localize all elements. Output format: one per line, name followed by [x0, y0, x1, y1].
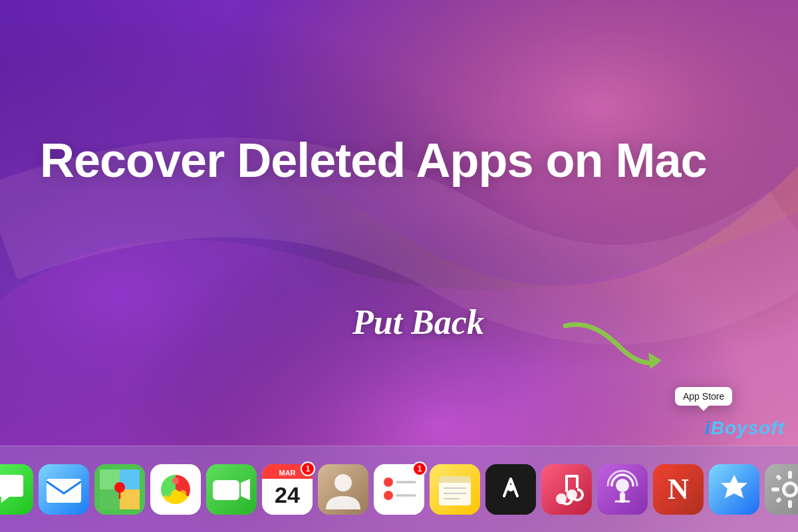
main-title: Recover Deleted Apps on Mac: [40, 133, 758, 188]
svg-point-36: [507, 485, 514, 491]
dock-icon-settings[interactable]: [765, 464, 798, 515]
dock-icon-photos[interactable]: [150, 464, 201, 515]
dock-icon-facetime[interactable]: [206, 464, 257, 515]
app-store-tooltip: App Store: [675, 387, 732, 406]
dock-icon-inner-notes: [430, 464, 480, 515]
svg-rect-6: [47, 479, 81, 503]
dock-icon-inner-messages: [0, 464, 33, 515]
dock: 24 MAR 1 1: [0, 446, 798, 532]
dock-icon-inner-photos: [150, 464, 201, 515]
svg-point-52: [785, 485, 795, 494]
svg-point-9: [114, 482, 125, 493]
watermark-text: Boysoft: [711, 418, 785, 438]
dock-icon-inner-facetime: [206, 464, 257, 515]
dock-icon-podcasts[interactable]: [597, 464, 648, 515]
dock-icon-appstore[interactable]: [709, 464, 759, 515]
dock-icon-inner-appstore: [709, 464, 759, 515]
dock-icon-maps[interactable]: [94, 464, 145, 515]
svg-rect-15: [213, 480, 239, 500]
dock-icon-inner-appletv: [485, 464, 536, 515]
svg-point-13: [165, 490, 172, 497]
dock-icon-notes[interactable]: [430, 464, 480, 515]
put-back-label: Put Back: [352, 303, 484, 342]
badge-calendar: 1: [301, 462, 315, 476]
dock-icon-calendar[interactable]: 24 MAR 1: [262, 464, 313, 515]
svg-point-12: [180, 490, 186, 497]
dock-icon-inner-maps: [94, 464, 145, 515]
dock-icon-inner-music: [541, 464, 592, 515]
dock-icon-inner-settings: [765, 464, 798, 515]
svg-rect-55: [771, 487, 779, 491]
watermark: iBoysoft: [705, 418, 785, 439]
svg-rect-40: [567, 475, 577, 477]
svg-point-38: [556, 493, 567, 504]
dock-icon-music[interactable]: [541, 464, 592, 515]
dock-icon-contacts[interactable]: [318, 464, 368, 515]
dock-icon-inner-news: N: [653, 464, 704, 515]
dock-icon-inner-contacts: [318, 464, 368, 515]
badge-reminders: 1: [412, 462, 427, 476]
svg-point-44: [616, 479, 629, 492]
svg-point-11: [172, 477, 179, 484]
tooltip-label: App Store: [683, 391, 724, 402]
dock-icon-news[interactable]: N: [653, 464, 704, 515]
dock-icon-reminders[interactable]: 1: [374, 464, 424, 515]
arrow-container: [552, 313, 672, 382]
svg-rect-53: [788, 471, 792, 479]
svg-text:24: 24: [275, 482, 300, 507]
arrow-icon: [552, 313, 672, 379]
svg-text:N: N: [668, 473, 689, 505]
dock-icon-appletv[interactable]: [485, 464, 536, 515]
svg-point-39: [567, 489, 577, 500]
svg-marker-3: [648, 352, 662, 369]
svg-rect-54: [788, 500, 792, 508]
svg-point-26: [384, 491, 393, 500]
dock-icon-messages[interactable]: [0, 464, 33, 515]
svg-text:MAR: MAR: [279, 469, 295, 477]
watermark-i: i: [705, 418, 711, 438]
svg-rect-31: [439, 476, 471, 483]
svg-point-23: [334, 474, 352, 491]
dock-icon-inner-podcasts: [597, 464, 648, 515]
dock-icon-mail[interactable]: [39, 464, 89, 515]
dock-icon-inner-mail: [39, 464, 89, 515]
svg-point-25: [384, 477, 393, 487]
